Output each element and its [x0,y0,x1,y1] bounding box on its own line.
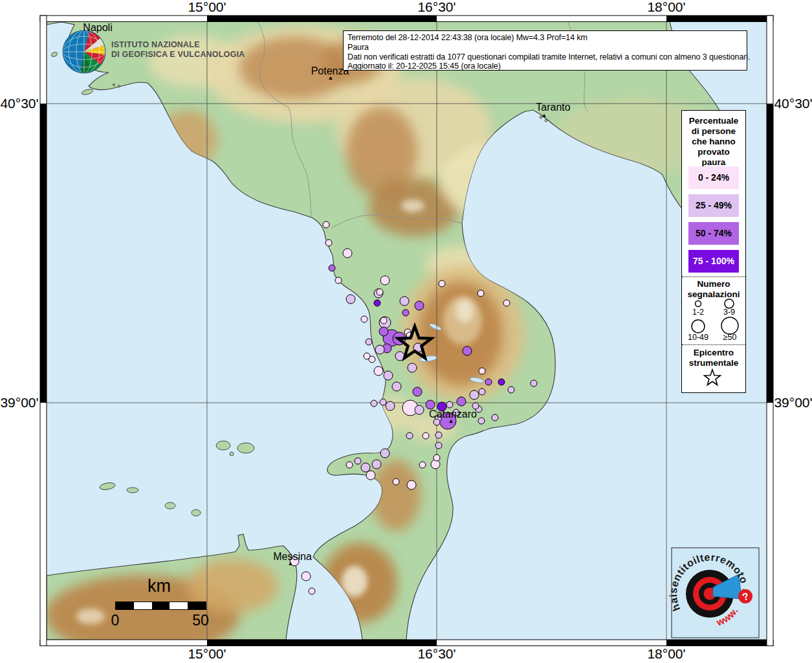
legend-count-label: 1-2 [692,308,704,317]
legend-count-label: 3-9 [723,308,735,317]
legend-title-line: Percentuale [682,116,745,126]
felt-report-point [463,346,472,355]
felt-report-point [384,371,393,380]
scalebar [115,601,206,610]
felt-report-point [379,327,388,336]
legend-swatch-0-24: 0 - 24% [688,166,739,189]
felt-report-point [407,480,416,489]
felt-report-point [413,387,422,396]
scalebar-start: 0 [111,612,120,629]
felt-report-point [415,405,424,414]
legend-title-line: provato [682,147,745,157]
felt-report-point [371,400,377,407]
felt-report-point [415,301,424,310]
scalebar-unit: km [148,576,171,596]
felt-report-point [366,471,375,480]
felt-report-point [374,366,383,376]
legend-count-title: segnalazioni [682,289,745,300]
felt-report-point [446,401,453,408]
legend-swatch-25-49: 25 - 49% [688,194,739,217]
felt-report-point [380,317,387,324]
legend-title-line: di persone [682,126,745,137]
felt-report-point [380,449,390,458]
felt-report-point [309,588,315,594]
felt-report-point [392,382,401,391]
felt-report-point [302,572,311,581]
felt-report-point [323,221,329,228]
felt-report-point [439,280,445,287]
felt-report-point [329,265,335,271]
felt-report-point [508,387,514,393]
city-marker-taranto: ▲ [542,112,547,118]
felt-report-point [343,249,352,258]
felt-report-point [325,240,332,246]
felt-report-point [374,300,380,306]
felt-report-point [355,458,361,464]
felt-report-point [386,401,395,410]
axis-label-bottom-2: 18°00' [647,646,685,662]
event-question: Paura [347,43,747,52]
felt-report-point [346,295,355,304]
event-info-box: Terremoto del 28-12-2014 22:43:38 (ora l… [343,30,747,71]
felt-report-point [492,414,498,421]
city-marker-catanzaro: ▲ [448,418,454,424]
felt-report-point [380,276,390,285]
felt-report-point [402,309,409,316]
event-updated: Aggiornato il: 20-12-2025 15:45 (ora loc… [347,62,747,71]
ingv-logo [63,30,105,73]
felt-report-point [369,356,375,363]
axis-label-left-1: 39°00' [0,395,38,410]
ingv-line1: ISTITUTO NAZIONALE [111,40,245,50]
felt-report-point [457,397,466,406]
axis-label-left-0: 40°30' [0,96,38,111]
felt-report-point [485,379,492,385]
city-marker-messina: ▲ [288,560,294,567]
legend-count-label: ≥50 [723,333,737,342]
felt-report-point [419,462,426,468]
felt-report-point [335,277,342,284]
ingv-logo-text: ISTITUTO NAZIONALE DI GEOFISICA E VULCAN… [111,40,245,60]
felt-report-point [422,433,429,439]
axis-label-top-2: 18°00' [647,0,685,15]
felt-report-point [479,388,485,395]
legend-title-line: che hanno [682,137,745,147]
legend-count-title: Numero [682,279,745,289]
site-logo: haisentitoilterremoto .it www. ? [668,548,759,638]
legend: Percentuale di persone che hanno provato… [681,110,746,393]
felt-report-point [361,463,370,472]
felt-report-point [426,400,435,409]
axis-label-top-1: 16°30' [417,0,455,15]
event-title: Terremoto del 28-12-2014 22:43:38 (ora l… [347,33,747,43]
legend-count-label: 10-49 [688,333,708,342]
legend-swatch-75-100: 75 - 100% [688,250,739,273]
felt-report-point [375,345,384,354]
axis-label-right-0: 40°30' [774,96,812,111]
city-marker-potenza: ▲ [328,74,334,81]
legend-separator [682,344,745,345]
felt-report-point [372,460,381,469]
legend-epicenter-title: strumentale [682,358,745,368]
legend-epicenter-star [705,370,721,385]
felt-report-point [361,316,368,322]
felt-report-point [433,455,440,461]
map-page: haisentitoilterremoto .it www. ? [0,0,812,663]
felt-report-point [531,380,537,387]
felt-report-point [470,390,479,399]
axis-label-bottom-0: 15°00' [188,646,226,662]
felt-report-point [400,297,409,306]
felt-report-point [503,300,510,306]
legend-separator [682,276,745,277]
felt-report-point [435,432,442,438]
felt-report-point [346,462,353,468]
axis-label-top-0: 15°00' [188,0,226,15]
city-label-napoli: Napoli [83,22,112,34]
legend-epicenter-title: Epicentro [682,348,745,358]
event-source: Dati non verificati estratti da 1077 que… [347,52,747,62]
axis-label-bottom-1: 16°30' [417,646,455,662]
felt-report-point [406,433,413,439]
felt-report-point [366,339,372,345]
felt-report-point [498,379,505,385]
axis-label-right-1: 39°00' [774,395,812,410]
felt-report-point [477,290,484,297]
felt-report-point [478,418,485,424]
